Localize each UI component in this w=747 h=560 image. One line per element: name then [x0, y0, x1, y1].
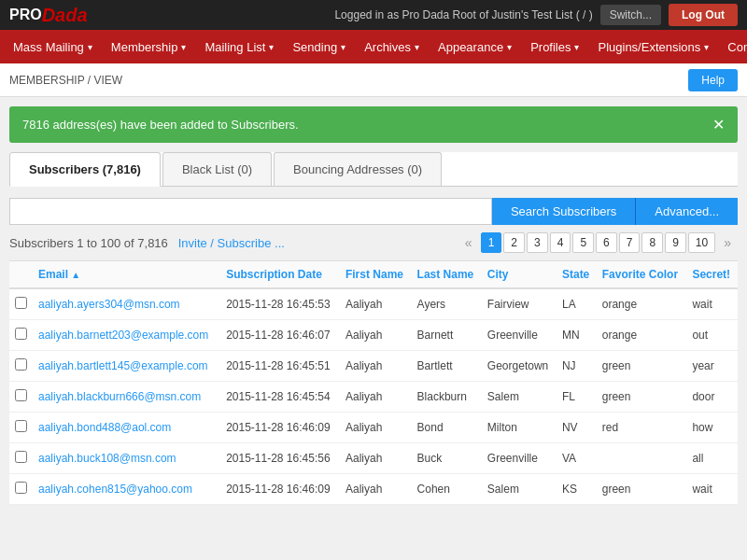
- email-link[interactable]: aaliyah.bartlett145@example.com: [38, 359, 208, 372]
- row-city: Greenville: [482, 443, 557, 474]
- page-next-button[interactable]: »: [717, 232, 738, 253]
- nav-archives[interactable]: Archives ▾: [355, 30, 429, 63]
- email-link[interactable]: aaliyah.ayers304@msn.com: [38, 298, 180, 311]
- email-link[interactable]: aaliyah.cohen815@yahoo.com: [38, 483, 192, 496]
- table-header-state[interactable]: State: [557, 261, 597, 289]
- row-first-name: Aaliyah: [340, 474, 412, 505]
- row-state: NV: [557, 413, 597, 443]
- row-fav-color: orange: [597, 288, 687, 320]
- row-last-name: Buck: [412, 443, 482, 474]
- table-header-city[interactable]: City: [482, 261, 557, 289]
- row-checkbox[interactable]: [15, 482, 27, 494]
- nav-control-panel[interactable]: Control Panel Settings ▾: [718, 30, 747, 63]
- row-email: aaliyah.cohen815@yahoo.com: [33, 474, 220, 505]
- search-button[interactable]: Search Subscribers: [492, 198, 635, 225]
- tab-blacklist[interactable]: Black List (0): [162, 152, 272, 186]
- row-checkbox[interactable]: [15, 358, 27, 371]
- table-header-email[interactable]: Email ▲: [33, 261, 220, 289]
- tab-bouncing[interactable]: Bouncing Addresses (0): [274, 152, 442, 186]
- search-input[interactable]: [9, 198, 492, 225]
- sort-asc-icon: ▲: [71, 270, 80, 280]
- nav-mailing-list[interactable]: Mailing List ▾: [195, 30, 283, 63]
- banner-close-button[interactable]: ✕: [712, 116, 725, 133]
- row-first-name: Aaliyah: [340, 351, 412, 382]
- table-header-last-name[interactable]: Last Name: [412, 261, 482, 289]
- page-6-button[interactable]: 6: [596, 232, 617, 253]
- row-city: Salem: [482, 382, 557, 413]
- row-first-name: Aaliyah: [340, 443, 412, 474]
- row-state: VA: [557, 443, 597, 474]
- email-link[interactable]: aaliyah.bond488@aol.com: [38, 421, 171, 434]
- top-right-area: Logged in as Pro Dada Root of Justin's T…: [334, 4, 738, 26]
- row-checkbox[interactable]: [15, 420, 27, 432]
- row-state: FL: [557, 382, 597, 413]
- logout-button[interactable]: Log Out: [669, 4, 738, 26]
- chevron-down-icon: ▾: [88, 42, 92, 52]
- nav-mass-mailing[interactable]: Mass Mailing ▾: [4, 30, 102, 63]
- page-8-button[interactable]: 8: [641, 232, 663, 253]
- nav-sending[interactable]: Sending ▾: [283, 30, 355, 63]
- page-1-button[interactable]: 1: [481, 232, 502, 253]
- page-5-button[interactable]: 5: [572, 232, 594, 253]
- table-header-first-name[interactable]: First Name: [340, 261, 412, 289]
- banner-message: 7816 address(es) have been added to Subs…: [22, 118, 299, 132]
- table-header-sub-date[interactable]: Subscription Date: [220, 261, 340, 289]
- row-checkbox-cell: [9, 443, 33, 474]
- row-fav-color: red: [597, 413, 687, 443]
- page-4-button[interactable]: 4: [550, 232, 571, 253]
- chevron-down-icon: ▾: [341, 42, 345, 52]
- row-secret: year: [686, 351, 738, 382]
- email-link[interactable]: aaliyah.barnett203@example.com: [38, 329, 208, 342]
- invite-subscribe-link[interactable]: Invite / Subscribe ...: [178, 236, 285, 250]
- page-7-button[interactable]: 7: [619, 232, 641, 253]
- row-checkbox-cell: [9, 382, 33, 413]
- page-2-button[interactable]: 2: [503, 232, 525, 253]
- nav-appearance[interactable]: Appearance ▾: [429, 30, 521, 63]
- table-row: aaliyah.barnett203@example.com 2015-11-2…: [9, 320, 738, 351]
- row-fav-color: [597, 443, 687, 474]
- subscribers-info: Subscribers 1 to 100 of 7,816 Invite / S…: [9, 232, 738, 253]
- row-last-name: Bond: [412, 413, 482, 443]
- success-banner: 7816 address(es) have been added to Subs…: [9, 106, 738, 143]
- row-email: aaliyah.ayers304@msn.com: [33, 288, 220, 320]
- help-button[interactable]: Help: [688, 69, 738, 91]
- breadcrumb-parent[interactable]: MEMBERSHIP: [9, 74, 84, 87]
- page-9-button[interactable]: 9: [665, 232, 686, 253]
- row-first-name: Aaliyah: [340, 413, 412, 443]
- row-secret: door: [686, 382, 738, 413]
- row-secret: wait: [686, 288, 738, 320]
- nav-profiles[interactable]: Profiles ▾: [521, 30, 588, 63]
- subscribers-count-text: Subscribers 1 to 100 of 7,816: [9, 236, 168, 250]
- table-row: aaliyah.bond488@aol.com 2015-11-28 16:46…: [9, 413, 738, 443]
- row-date: 2015-11-28 16:46:09: [220, 413, 340, 443]
- row-checkbox[interactable]: [15, 451, 27, 463]
- table-row: aaliyah.blackburn666@msn.com 2015-11-28 …: [9, 382, 738, 413]
- page-3-button[interactable]: 3: [527, 232, 548, 253]
- logo: PRO Dada: [9, 5, 88, 26]
- table-header-fav-color[interactable]: Favorite Color: [597, 261, 687, 289]
- row-last-name: Ayers: [412, 288, 482, 320]
- email-link[interactable]: aaliyah.buck108@msn.com: [38, 452, 176, 465]
- nav-plugins[interactable]: Plugins/Extensions ▾: [588, 30, 718, 63]
- row-secret: wait: [686, 474, 738, 505]
- row-checkbox[interactable]: [15, 297, 27, 309]
- switch-button[interactable]: Switch...: [600, 5, 661, 25]
- tab-subscribers[interactable]: Subscribers (7,816): [9, 152, 161, 187]
- page-prev-button[interactable]: «: [458, 232, 479, 253]
- page-10-button[interactable]: 10: [688, 232, 715, 253]
- row-last-name: Barnett: [412, 320, 482, 351]
- row-email: aaliyah.barnett203@example.com: [33, 320, 220, 351]
- table-row: aaliyah.cohen815@yahoo.com 2015-11-28 16…: [9, 474, 738, 505]
- advanced-button[interactable]: Advanced...: [635, 198, 738, 225]
- table-header-checkbox: [9, 261, 33, 289]
- chevron-down-icon: ▾: [507, 42, 512, 52]
- nav-membership[interactable]: Membership ▾: [102, 30, 196, 63]
- row-checkbox[interactable]: [15, 328, 27, 340]
- row-checkbox-cell: [9, 320, 33, 351]
- row-checkbox[interactable]: [15, 389, 27, 401]
- row-state: MN: [557, 320, 597, 351]
- row-last-name: Bartlett: [412, 351, 482, 382]
- email-link[interactable]: aaliyah.blackburn666@msn.com: [38, 390, 201, 403]
- row-last-name: Blackburn: [412, 382, 482, 413]
- table-header-secret[interactable]: Secret!: [686, 261, 738, 289]
